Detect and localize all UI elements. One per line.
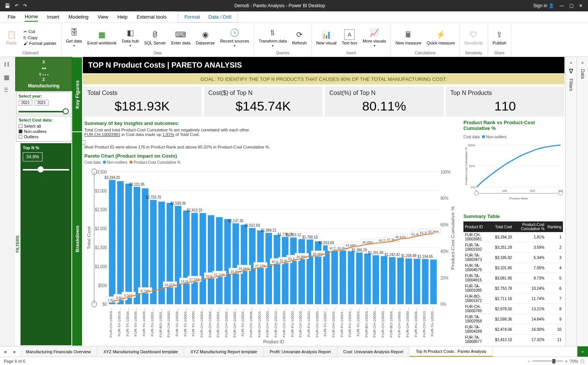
table-row[interactable]: FUR-TA-10001932$3,251.293.59%2 bbox=[463, 242, 563, 253]
new-visual-button[interactable]: 📊New visual bbox=[315, 28, 338, 46]
menu-modeling[interactable]: Modeling bbox=[68, 13, 89, 21]
year-filter[interactable]: Select year: 2021 2021 bbox=[16, 92, 71, 114]
recent-sources-button[interactable]: 🕓Recent sources▾ bbox=[218, 27, 250, 48]
table-row[interactable]: FUR-TA-10002958$2,599.3614.64%9 bbox=[463, 314, 563, 324]
redo-icon[interactable]: ↷ bbox=[23, 3, 27, 8]
data-view-icon[interactable]: ▦ bbox=[4, 74, 11, 81]
quick-measure-button[interactable]: ⚡Quick measure bbox=[425, 28, 456, 46]
close-icon[interactable]: ✕ bbox=[579, 3, 583, 8]
svg-text:FUR-CH-10020…: FUR-CH-10020… bbox=[282, 308, 286, 337]
ribbon-group-share: Share bbox=[491, 50, 508, 55]
excel-workbook-button[interactable]: ▦Excel workbook bbox=[86, 28, 118, 46]
svg-text:20%: 20% bbox=[440, 275, 448, 280]
ribbon-group-calculations: Calculations bbox=[394, 50, 456, 55]
page-tab[interactable]: XYZ Manufacturing Report template bbox=[184, 346, 263, 357]
more-visuals-button[interactable]: 📈More visuals▾ bbox=[361, 27, 388, 48]
enter-data-button[interactable]: ⌨Enter data bbox=[170, 28, 192, 46]
svg-text:FUR-FU-10020…: FUR-FU-10020… bbox=[291, 308, 294, 337]
svg-text:$1,242.42: $1,242.42 bbox=[385, 252, 400, 257]
maximize-icon[interactable]: ▢ bbox=[569, 3, 574, 8]
sql-server-button[interactable]: 🛢SQL Server bbox=[142, 28, 167, 46]
page-tab[interactable]: Top N Product Costs : Pareto Analysis bbox=[409, 346, 493, 357]
svg-rect-70 bbox=[381, 256, 387, 304]
topn-filter[interactable]: Top N % 34.8% bbox=[21, 143, 71, 345]
report-view-icon[interactable]: ⫿⫿ bbox=[4, 61, 11, 68]
year-slider[interactable] bbox=[19, 111, 69, 112]
svg-text:53.36%: 53.36% bbox=[428, 230, 439, 234]
ribbon-group-insert: Insert bbox=[315, 50, 388, 55]
svg-text:FUR-BO-10003…: FUR-BO-10003… bbox=[365, 308, 368, 337]
rank-chart[interactable]: 0%50%100%0100200300Product-Cost Cumulati… bbox=[463, 143, 563, 211]
dataverse-button[interactable]: ◉Dataverse bbox=[194, 28, 216, 46]
menu-file[interactable]: File bbox=[8, 13, 16, 21]
topn-slider[interactable] bbox=[23, 169, 69, 171]
pareto-chart[interactable]: Pareto Chart (Product impact on Costs) C… bbox=[83, 152, 460, 346]
menu-view[interactable]: View bbox=[98, 13, 108, 21]
menu-data-drill[interactable]: Data / Drill bbox=[209, 13, 232, 21]
svg-text:$2,137.35: $2,137.35 bbox=[228, 218, 244, 223]
cut-button[interactable]: ✂ Cut bbox=[22, 29, 58, 35]
svg-text:FUR-CH-10000…: FUR-CH-10000… bbox=[315, 308, 319, 337]
table-row[interactable]: FUR-TA-10004575$3,101.857.05%4 bbox=[463, 263, 563, 273]
option-non-outliers[interactable]: Non-outliers bbox=[19, 129, 69, 134]
pane-data[interactable]: «Data bbox=[577, 57, 588, 346]
format-painter-button[interactable]: 🖌 Format painter bbox=[22, 41, 58, 46]
svg-text:0%: 0% bbox=[471, 186, 476, 189]
svg-text:$2,012.83: $2,012.83 bbox=[245, 223, 260, 228]
signin-button[interactable]: Sign in 👤 bbox=[533, 3, 554, 8]
copy-button[interactable]: ⎘ Copy bbox=[22, 35, 58, 40]
refresh-button[interactable]: ⟳Refresh bbox=[291, 28, 308, 46]
menu-format[interactable]: Format bbox=[184, 13, 200, 21]
table-row[interactable]: FUR-BO-10001972$2,711.1611.74%7 bbox=[463, 294, 563, 304]
table-row[interactable]: FUR-CH-10000785$2,678.5013.21%8 bbox=[463, 304, 563, 314]
menu-help[interactable]: Help bbox=[117, 13, 128, 21]
publish-button[interactable]: ⇪Publish bbox=[491, 28, 508, 46]
option-select-all[interactable]: Select all bbox=[19, 124, 69, 128]
undo-icon[interactable]: ↶ bbox=[15, 3, 19, 8]
zoom-control[interactable]: −+ 70%▢ bbox=[528, 359, 584, 363]
svg-rect-28 bbox=[142, 188, 148, 304]
minimize-icon[interactable]: ― bbox=[560, 3, 564, 8]
page-tab[interactable]: Profit: Univariate Analysis Report bbox=[264, 346, 337, 357]
svg-text:$1,553.64: $1,553.64 bbox=[319, 240, 334, 245]
cost-data-filter[interactable]: Select Cost data: Select all Non-outlier… bbox=[16, 116, 71, 142]
svg-text:FUR-CH-10000…: FUR-CH-10000… bbox=[373, 308, 376, 337]
svg-text:Product-Cost Cumulative %: Product-Cost Cumulative % bbox=[465, 147, 468, 185]
summary-table[interactable]: Product IDTotal CostProduct-Cost Cumulat… bbox=[463, 221, 563, 344]
page-tab[interactable]: Manufacturing Financials Overview bbox=[20, 346, 97, 357]
chevron-left-icon: « bbox=[581, 60, 584, 65]
get-data-button[interactable]: 🗄Get data▾ bbox=[65, 27, 84, 48]
svg-rect-51 bbox=[282, 237, 288, 304]
table-row[interactable]: FUR-CH-10003981$3,284.201.81%1 bbox=[463, 232, 563, 242]
svg-rect-44 bbox=[241, 225, 247, 304]
page-tab[interactable]: XYZ Manufacturing Dashboard template bbox=[97, 346, 184, 357]
table-row[interactable]: FUR-TA-10000577$2,413.1017.32%11 bbox=[463, 335, 563, 345]
menu-home[interactable]: Home bbox=[25, 12, 38, 22]
svg-text:FUR-TA-10045…: FUR-TA-10045… bbox=[134, 308, 138, 337]
save-icon[interactable]: 💾 bbox=[5, 3, 10, 8]
svg-rect-65 bbox=[356, 253, 362, 304]
tab-prev[interactable]: ◄ bbox=[0, 349, 10, 354]
data-hub-button[interactable]: ◧Data hub▾ bbox=[120, 27, 141, 48]
text-box-button[interactable]: AText box bbox=[340, 28, 359, 46]
table-row[interactable]: FUR-TA-10001095$2,753.7810.24%6 bbox=[463, 283, 563, 294]
menu-insert[interactable]: Insert bbox=[47, 13, 60, 21]
svg-text:FUR-CH-10042…: FUR-CH-10042… bbox=[332, 308, 335, 337]
option-outliers[interactable]: Outliers bbox=[19, 134, 69, 139]
new-measure-button[interactable]: 🖩New measure bbox=[394, 28, 423, 46]
summary-table-title: Summary Table bbox=[463, 213, 563, 219]
table-row[interactable]: FUR-TA-10003473$3,185.825.34%3 bbox=[463, 253, 563, 263]
svg-text:FUR-TA-10029…: FUR-TA-10029… bbox=[175, 308, 179, 337]
pane-filters[interactable]: «∇Filters bbox=[565, 57, 577, 346]
menu-external-tools[interactable]: External tools bbox=[137, 13, 167, 21]
table-row[interactable]: FUR-TA-10004915$3,061.908.73%5 bbox=[463, 273, 563, 283]
tab-next[interactable]: ► bbox=[10, 349, 20, 354]
svg-text:FUR-CH-10003…: FUR-CH-10003… bbox=[200, 308, 204, 337]
model-view-icon[interactable]: ⠿ bbox=[4, 87, 11, 94]
add-page-button[interactable]: + bbox=[577, 346, 588, 357]
table-row[interactable]: FUR-TA-10004289$2,474.0616.00%10 bbox=[463, 324, 563, 335]
svg-text:$1,708.10: $1,708.10 bbox=[302, 235, 318, 239]
transform-data-button[interactable]: ⥮Transform data▾ bbox=[257, 27, 288, 48]
svg-text:$2,000: $2,000 bbox=[95, 226, 107, 231]
page-tab[interactable]: Cost: Univariate Analysis Report bbox=[337, 346, 410, 357]
